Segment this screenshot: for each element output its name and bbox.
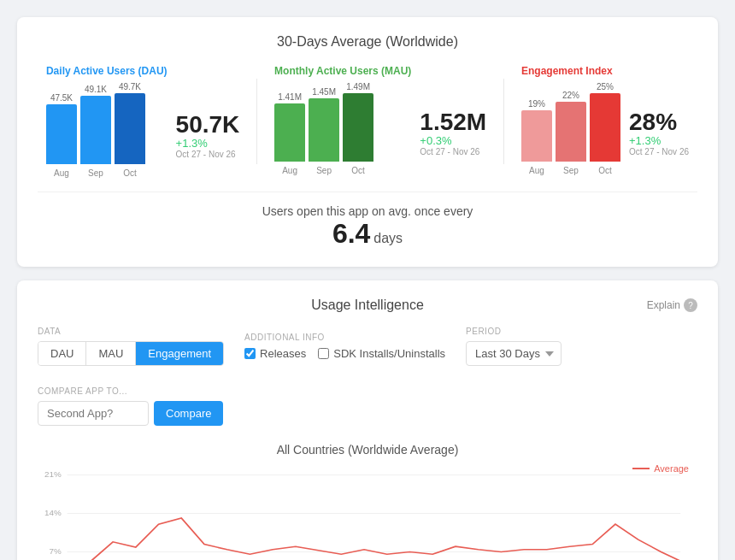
avg-value: 6.4 xyxy=(332,218,370,249)
usage-intelligence-card: Usage Intelligence Explain ? DATA DAUMAU… xyxy=(17,280,718,560)
dau-value-block: 50.7K +1.3% Oct 27 - Nov 26 xyxy=(176,113,240,178)
controls-row: DATA DAUMAUEngagement ADDITIONAL INFO Re… xyxy=(38,327,697,426)
dau-change: +1.3% xyxy=(176,137,208,150)
compare-input-group: Compare xyxy=(38,401,223,426)
sdk-checkbox-label[interactable]: SDK Installs/Uninstalls xyxy=(318,347,445,360)
svg-text:21%: 21% xyxy=(44,470,62,479)
releases-checkbox[interactable] xyxy=(244,348,256,359)
additional-info-group: ADDITIONAL INFO Releases SDK Installs/Un… xyxy=(244,333,445,360)
dau-bar-aug: 47.5K Aug xyxy=(46,93,77,178)
period-group: PERIOD Last 30 Days Last 7 Days Last 90 … xyxy=(466,327,562,366)
engagement-section: Engagement Index 19% Aug 22% Sep 25% xyxy=(521,65,620,175)
mau-bar-sep: 1.45M Sep xyxy=(309,87,339,175)
avg-unit: days xyxy=(373,231,403,245)
top-stats-card: 30-Days Average (Worldwide) Daily Active… xyxy=(17,17,718,267)
dau-section: Daily Active Users (DAU) 47.5K Aug 49.1K… xyxy=(46,65,168,178)
usage-chart: 21% 14% 7% 0% Dec 12 Dec 14 Dec 16 Dec 1… xyxy=(38,463,697,560)
data-btn-group: DAUMAUEngagement xyxy=(38,341,224,366)
compare-button[interactable]: Compare xyxy=(154,401,223,426)
mau-period: Oct 27 - Nov 26 xyxy=(420,147,479,156)
mau-bar-oct: 1.49M Oct xyxy=(343,82,373,175)
engagement-block: Engagement Index 19% Aug 22% Sep 25% xyxy=(521,65,689,175)
mau-label: Monthly Active Users (MAU) xyxy=(274,65,411,77)
avg-text: Users open this app on avg. once every xyxy=(262,204,473,218)
stats-row: Daily Active Users (DAU) 47.5K Aug 49.1K… xyxy=(38,65,697,178)
additional-label: ADDITIONAL INFO xyxy=(244,333,445,342)
engagement-bar-group: 19% Aug 22% Sep 25% Oct xyxy=(521,82,620,175)
mau-bar-aug: 1.41M Aug xyxy=(274,92,305,175)
dau-bar-oct: 49.7K Oct xyxy=(115,82,145,178)
data-label: DATA xyxy=(38,327,224,336)
sdk-checkbox[interactable] xyxy=(318,348,329,359)
mau-section: Monthly Active Users (MAU) 1.41M Aug 1.4… xyxy=(274,65,411,175)
releases-label: Releases xyxy=(260,347,306,360)
svg-text:7%: 7% xyxy=(49,547,62,556)
explain-button[interactable]: Explain ? xyxy=(647,298,697,312)
compare-label: COMPARE APP TO... xyxy=(38,386,223,396)
engagement-bar-aug: 19% Aug xyxy=(521,99,552,175)
usage-title: Usage Intelligence xyxy=(257,298,477,313)
legend-line xyxy=(632,468,650,469)
explain-label: Explain xyxy=(647,299,680,311)
svg-text:14%: 14% xyxy=(44,509,62,517)
engagement-label: Engagement Index xyxy=(521,65,620,77)
engagement-btn[interactable]: Engagement xyxy=(136,342,223,365)
period-select[interactable]: Last 30 Days Last 7 Days Last 90 Days xyxy=(466,341,562,366)
compare-input[interactable] xyxy=(38,401,149,426)
dau-main-value: 50.7K xyxy=(176,113,240,137)
engagement-bar-oct: 25% Oct xyxy=(590,82,620,175)
top-card-title: 30-Days Average (Worldwide) xyxy=(38,34,697,50)
chart-title: All Countries (Worldwide Average) xyxy=(38,443,697,457)
mau-main-value: 1.52M xyxy=(420,110,486,134)
dau-bar-group: 47.5K Aug 49.1K Sep 49.7K Oct xyxy=(46,82,168,178)
sdk-label: SDK Installs/Uninstalls xyxy=(333,347,445,360)
period-label: PERIOD xyxy=(466,327,562,336)
legend-label: Average xyxy=(654,463,689,474)
usage-header: Usage Intelligence Explain ? xyxy=(38,298,697,313)
mau-btn[interactable]: MAU xyxy=(86,342,136,365)
mau-block: Monthly Active Users (MAU) 1.41M Aug 1.4… xyxy=(274,65,486,175)
dau-btn[interactable]: DAU xyxy=(38,342,86,365)
mau-value-block: 1.52M +0.3% Oct 27 - Nov 26 xyxy=(420,110,486,175)
releases-checkbox-label[interactable]: Releases xyxy=(244,347,306,360)
dau-period: Oct 27 - Nov 26 xyxy=(176,150,236,159)
dau-block: Daily Active Users (DAU) 47.5K Aug 49.1K… xyxy=(46,65,239,178)
compare-group: COMPARE APP TO... Compare xyxy=(38,386,223,426)
data-control-group: DATA DAUMAUEngagement xyxy=(38,327,224,366)
engagement-value-block: 28% +1.3% Oct 27 - Nov 26 xyxy=(629,110,689,175)
chart-legend: Average xyxy=(632,463,689,474)
chart-wrapper: Average 21% 14% 7% 0% Dec 12 Dec 14 Dec … xyxy=(38,463,697,560)
divider-1 xyxy=(256,79,257,164)
engagement-change: +1.3% xyxy=(629,134,661,147)
mau-change: +0.3% xyxy=(420,134,451,147)
mau-bar-group: 1.41M Aug 1.45M Sep 1.49M Oct xyxy=(274,82,411,175)
engagement-period: Oct 27 - Nov 26 xyxy=(629,147,689,156)
engagement-main-value: 28% xyxy=(629,110,677,134)
avg-section: Users open this app on avg. once every 6… xyxy=(38,192,697,250)
info-icon: ? xyxy=(684,298,697,312)
engagement-bar-sep: 22% Sep xyxy=(556,91,586,175)
dau-bar-sep: 49.1K Sep xyxy=(80,85,111,178)
checkbox-group: Releases SDK Installs/Uninstalls xyxy=(244,347,445,360)
dau-label: Daily Active Users (DAU) xyxy=(46,65,168,77)
divider-2 xyxy=(503,79,504,164)
